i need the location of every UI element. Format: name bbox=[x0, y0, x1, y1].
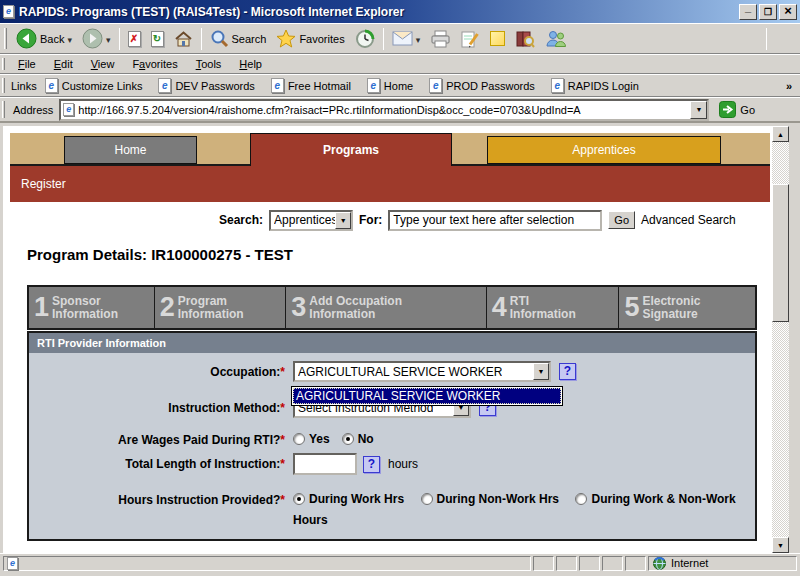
links-bar: Links Customize Links DEV Passwords Free… bbox=[0, 74, 800, 97]
menubar-grip[interactable] bbox=[2, 58, 5, 71]
search-category-select[interactable]: Apprentices bbox=[269, 210, 353, 231]
menu-view[interactable]: View bbox=[82, 56, 124, 72]
back-button[interactable]: Back bbox=[11, 27, 77, 50]
ie-page-icon bbox=[158, 78, 171, 93]
close-button[interactable] bbox=[779, 4, 797, 20]
restore-button[interactable] bbox=[759, 4, 777, 20]
step-sponsor-information[interactable]: 1 SponsorInformation bbox=[29, 287, 155, 328]
messenger-button[interactable] bbox=[540, 29, 572, 49]
address-url[interactable]: http://166.97.5.204/version4/raishome.cf… bbox=[78, 104, 690, 116]
refresh-icon bbox=[151, 31, 164, 47]
address-dropdown-icon[interactable] bbox=[690, 101, 707, 119]
wages-option-no[interactable]: No bbox=[342, 430, 374, 449]
research-book-icon bbox=[515, 30, 535, 48]
go-label: Go bbox=[740, 104, 755, 116]
vertical-scrollbar[interactable] bbox=[772, 126, 789, 553]
required-marker: * bbox=[280, 493, 285, 507]
radio-button[interactable] bbox=[293, 493, 305, 505]
status-pane bbox=[533, 556, 554, 571]
menu-help[interactable]: Help bbox=[230, 56, 271, 72]
menu-tools[interactable]: Tools bbox=[187, 56, 231, 72]
menu-edit[interactable]: Edit bbox=[45, 56, 82, 72]
radio-button[interactable] bbox=[293, 433, 305, 445]
go-arrow-icon bbox=[719, 101, 736, 118]
address-combo[interactable]: http://166.97.5.204/version4/raishome.cf… bbox=[59, 99, 709, 121]
refresh-button[interactable] bbox=[146, 30, 169, 48]
hours-option-during-work[interactable]: During Work Hrs bbox=[293, 492, 404, 506]
notes-button[interactable] bbox=[485, 30, 510, 47]
print-button[interactable] bbox=[425, 29, 456, 49]
hours-option-during-non-work[interactable]: During Non-Work Hrs bbox=[421, 492, 559, 506]
tab-home[interactable]: Home bbox=[64, 136, 197, 164]
links-overflow-chevron[interactable]: » bbox=[786, 80, 792, 92]
research-button[interactable] bbox=[510, 29, 540, 49]
radio-button[interactable] bbox=[421, 493, 433, 505]
scroll-down-icon[interactable] bbox=[772, 537, 789, 553]
search-icon bbox=[210, 29, 229, 48]
link-rapids-login[interactable]: RAPIDS Login bbox=[551, 78, 639, 93]
chevron-down-icon[interactable] bbox=[335, 212, 351, 229]
link-dev-passwords[interactable]: DEV Passwords bbox=[158, 78, 254, 93]
step-program-information[interactable]: 2 ProgramInformation bbox=[155, 287, 287, 328]
history-button[interactable] bbox=[350, 28, 380, 50]
total-length-input[interactable] bbox=[293, 453, 357, 475]
search-input[interactable] bbox=[388, 210, 602, 231]
minimize-button[interactable] bbox=[739, 4, 757, 20]
hours-provided-row: Hours Instruction Provided?* During Work… bbox=[29, 488, 745, 530]
mail-dropdown-icon[interactable] bbox=[416, 33, 421, 45]
ie-page-icon bbox=[45, 78, 58, 93]
occupation-help-button[interactable]: ? bbox=[559, 363, 576, 380]
link-prod-passwords[interactable]: PROD Passwords bbox=[429, 78, 535, 93]
address-label: Address bbox=[13, 104, 53, 116]
advanced-search-link[interactable]: Advanced Search bbox=[641, 213, 736, 227]
radio-button[interactable] bbox=[575, 493, 587, 505]
back-icon bbox=[16, 28, 37, 49]
stop-button[interactable] bbox=[123, 30, 146, 48]
wages-option-yes[interactable]: Yes bbox=[293, 430, 330, 449]
radio-button[interactable] bbox=[342, 433, 354, 445]
tab-programs[interactable]: Programs bbox=[250, 133, 452, 166]
home-button[interactable] bbox=[169, 29, 198, 49]
occupation-dropdown-list: AGRICULTURAL SERVICE WORKER bbox=[291, 386, 563, 406]
notes-icon bbox=[490, 31, 505, 46]
search-go-button[interactable]: Go bbox=[608, 211, 635, 229]
mail-icon bbox=[392, 31, 413, 46]
total-length-label: Total Length of Instruction: bbox=[125, 457, 280, 471]
linksbar-grip[interactable] bbox=[2, 78, 5, 93]
step-add-occupation-information[interactable]: 3 Add OccupationInformation bbox=[286, 287, 486, 328]
go-button-address[interactable]: Go bbox=[715, 100, 759, 119]
link-free-hotmail[interactable]: Free Hotmail bbox=[271, 78, 351, 93]
favorites-button[interactable]: Favorites bbox=[271, 28, 349, 49]
total-length-help-button[interactable]: ? bbox=[363, 456, 380, 473]
occupation-dropdown-option[interactable]: AGRICULTURAL SERVICE WORKER bbox=[293, 388, 561, 404]
browser-window: RAPIDS: Programs (TEST) (RAIS4Test) - Mi… bbox=[0, 0, 800, 576]
instruction-method-label: Instruction Method: bbox=[168, 401, 280, 415]
chevron-down-icon[interactable] bbox=[533, 363, 549, 380]
step-electronic-signature[interactable]: 5 ElectronicSignature bbox=[619, 287, 755, 328]
link-customize-links[interactable]: Customize Links bbox=[45, 78, 143, 93]
site-search-row: Search: Apprentices For: Go Advanced Sea… bbox=[219, 209, 736, 231]
forward-dropdown-icon[interactable] bbox=[106, 33, 111, 45]
step-rti-information[interactable]: 4 RTIInformation bbox=[487, 287, 620, 328]
toolbar-grip[interactable] bbox=[4, 28, 7, 48]
menu-file[interactable]: File bbox=[9, 56, 45, 72]
ie-window-icon bbox=[3, 5, 14, 18]
status-pane bbox=[579, 556, 600, 571]
edit-button[interactable] bbox=[456, 29, 485, 49]
tab-apprentices[interactable]: Apprentices bbox=[487, 136, 721, 164]
mail-button[interactable] bbox=[387, 30, 426, 47]
scroll-up-icon[interactable] bbox=[772, 126, 789, 142]
ie-page-icon bbox=[551, 78, 564, 93]
wizard-steps-bar: 1 SponsorInformation 2 ProgramInformatio… bbox=[27, 285, 757, 330]
menu-favorites[interactable]: Favorites bbox=[123, 56, 186, 72]
forward-button[interactable] bbox=[77, 27, 116, 50]
nav-tabs-strip: Home Programs Apprentices bbox=[10, 133, 770, 166]
occupation-row: Occupation:* AGRICULTURAL SERVICE WORKER… bbox=[29, 361, 576, 382]
addressbar-grip[interactable] bbox=[2, 101, 5, 117]
scrollbar-thumb[interactable] bbox=[772, 184, 789, 322]
back-dropdown-icon[interactable] bbox=[67, 33, 72, 45]
link-home[interactable]: Home bbox=[367, 78, 413, 93]
occupation-select[interactable]: AGRICULTURAL SERVICE WORKER bbox=[293, 361, 551, 382]
search-button[interactable]: Search bbox=[205, 28, 272, 49]
register-link[interactable]: Register bbox=[21, 177, 66, 191]
